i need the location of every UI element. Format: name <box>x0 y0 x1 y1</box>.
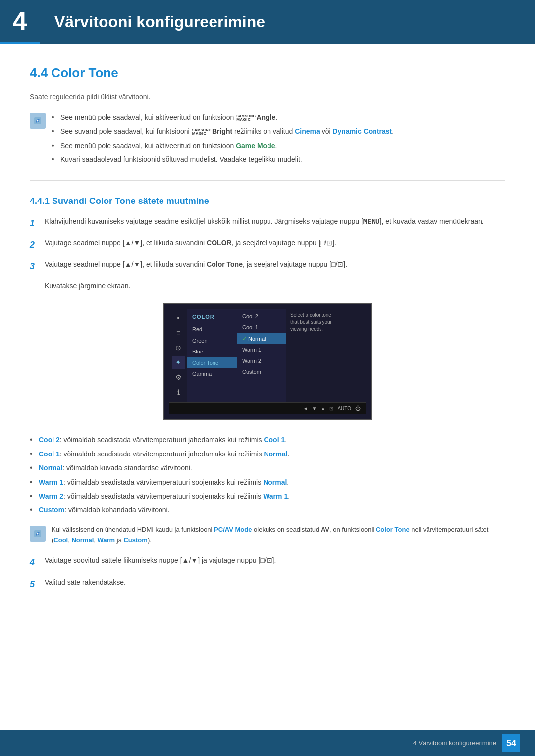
note-item-3: See menüü pole saadaval, kui aktiveeritu… <box>52 140 394 151</box>
icon-item-3: ⊙ <box>172 342 185 354</box>
note-icon <box>30 113 46 129</box>
main-menu-column: COLOR Red Green Blue Color Tone Gamma <box>187 309 237 402</box>
hdmi-note-icon <box>30 526 46 542</box>
sub-item-cool1: Cool 1 <box>237 322 286 333</box>
icon-item-1: ▪ <box>172 312 185 325</box>
samsung-magic-2: SAMSUNGMAGIC <box>192 128 212 136</box>
steps-list-1-3: 1 Klahvijuhendi kuvamiseks vajutage sead… <box>30 216 505 274</box>
page-footer: 4 Värvitooni konfigureerimine 54 <box>0 730 535 756</box>
notes-list: See menüü pole saadaval, kui aktiveeritu… <box>52 112 394 168</box>
sub-item-cool2: Cool 2 <box>237 311 286 322</box>
main-content: 4.4 Color Tone Saate reguleerida pildi ü… <box>0 63 535 628</box>
sub-item-normal-selected: Normal <box>237 333 286 345</box>
icon-item-4-active: ✦ <box>172 356 185 369</box>
icon-item-6: ℹ <box>172 386 185 399</box>
monitor-bottom-bar: ◄ ▼ ▲ ⊡ AUTO ⏻ <box>169 402 366 415</box>
step-1: 1 Klahvijuhendi kuvamiseks vajutage sead… <box>30 216 505 231</box>
svg-point-1 <box>37 120 39 122</box>
intro-text: Saate reguleerida pildi üldist värvitoon… <box>30 92 505 102</box>
chapter-title: Värvitooni konfigureerimine <box>40 0 280 44</box>
note-item-2: See suvand pole saadaval, kui funktsioon… <box>52 126 394 137</box>
option-normal: Normal: võimaldab kuvada standardse värv… <box>30 462 505 473</box>
menu-item-red: Red <box>187 324 237 335</box>
color-options-list: Cool 2: võimaldab seadistada värvitemper… <box>30 434 505 515</box>
section-4-4-heading: 4.4 Color Tone <box>30 63 505 83</box>
footer-chapter-text: 4 Värvitooni konfigureerimine <box>413 738 496 748</box>
nav-btn-2: ▼ <box>312 405 317 412</box>
pencil-icon <box>33 116 43 126</box>
option-cool1: Cool 1: võimaldab seadistada värvitemper… <box>30 449 505 459</box>
icon-item-5: ⚙ <box>172 371 185 384</box>
note-item-1: See menüü pole saadaval, kui aktiveeritu… <box>52 112 394 123</box>
option-custom: Custom: võimaldab kohandada värvitooni. <box>30 504 505 515</box>
samsung-magic-1: SAMSUNGMAGIC <box>236 114 256 122</box>
nav-btn-3: ▲ <box>321 405 325 412</box>
section-divider <box>30 180 505 181</box>
monitor-screen: ▪ ≡ ⊙ ✦ ⚙ <box>163 303 372 421</box>
chapter-number: 4 <box>0 0 40 44</box>
menu-item-blue: Blue <box>187 346 237 357</box>
menu-item-green: Green <box>187 335 237 347</box>
menu-item-gamma: Gamma <box>187 368 237 380</box>
step-4: 4 Vajutage soovitud sättele liikumiseks … <box>30 555 505 570</box>
svg-point-3 <box>37 533 39 534</box>
note-item-4: Kuvari saadaolevad funktsioonid sõltuvad… <box>52 154 394 165</box>
hdmi-note-text: Kui välissisend on ühendatud HDMI kaudu … <box>52 525 505 546</box>
nav-btn-4: ⊡ <box>329 405 333 412</box>
menu-icons-column: ▪ ≡ ⊙ ✦ ⚙ <box>169 309 187 402</box>
nav-btn-1: ◄ <box>303 405 308 412</box>
sub-item-warm2: Warm 2 <box>237 355 286 367</box>
step-5: 5 Valitud säte rakendatakse. <box>30 577 505 592</box>
icon-item-2: ≡ <box>172 327 185 340</box>
note-pencil-icon-2 <box>33 529 43 539</box>
chapter-header: 4 Värvitooni konfigureerimine <box>0 0 535 44</box>
auto-label: AUTO <box>337 405 351 412</box>
step-2: 2 Vajutage seadmel nuppe [▲/▼], et liiku… <box>30 237 505 252</box>
help-text: Select a color tone that best suits your… <box>290 312 332 332</box>
screen-caption: Kuvatakse järgmine ekraan. <box>45 281 505 291</box>
power-icon: ⏻ <box>355 404 361 413</box>
option-cool2: Cool 2: võimaldab seadistada värvitemper… <box>30 434 505 445</box>
sub-item-warm1: Warm 1 <box>237 344 286 355</box>
sub-item-custom: Custom <box>237 366 286 378</box>
monitor-screenshot: ▪ ≡ ⊙ ✦ ⚙ <box>30 303 505 421</box>
note-box: See menüü pole saadaval, kui aktiveeritu… <box>30 112 505 168</box>
monitor-menu: ▪ ≡ ⊙ ✦ ⚙ <box>169 309 366 402</box>
hdmi-note-box: Kui välissisend on ühendatud HDMI kaudu … <box>30 525 505 546</box>
sub-menu-column: Cool 2 Cool 1 Normal Warm 1 Warm 2 Custo… <box>237 309 286 402</box>
option-warm2: Warm 2: võimaldab seadistada värvitemper… <box>30 491 505 502</box>
monitor-container: ▪ ≡ ⊙ ✦ ⚙ <box>163 303 372 421</box>
option-warm1: Warm 1: võimaldab seadistada värvitemper… <box>30 477 505 488</box>
help-column: Select a color tone that best suits your… <box>286 309 336 402</box>
page-number: 54 <box>502 734 520 752</box>
sub-section-heading: 4.4.1 Suvandi Color Tone sätete muutmine <box>30 195 505 208</box>
menu-header-color: COLOR <box>187 311 237 324</box>
menu-item-colortone-selected: Color Tone <box>187 357 237 369</box>
steps-list-4-5: 4 Vajutage soovitud sättele liikumiseks … <box>30 555 505 592</box>
step-3: 3 Vajutage seadmel nuppe [▲/▼], et liiku… <box>30 259 505 274</box>
